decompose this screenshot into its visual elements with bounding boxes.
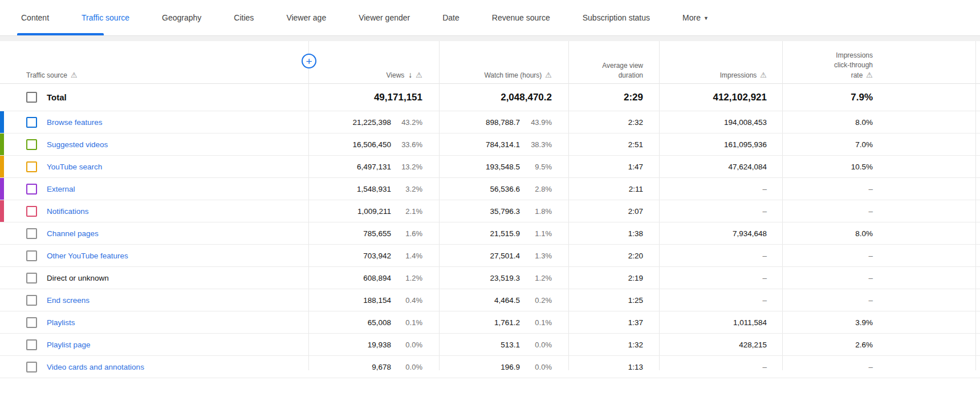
tab-list: ContentTraffic sourceGeographyCitiesView…	[0, 0, 980, 35]
tab-label: Viewer age	[286, 13, 326, 22]
watch-time-percent: 0.1%	[520, 318, 552, 327]
row-checkbox[interactable]	[26, 273, 37, 284]
traffic-source-link[interactable]: Playlist page	[47, 341, 91, 349]
average-view-duration-cell: 1:38	[568, 222, 659, 244]
tab-label: Viewer gender	[359, 13, 410, 22]
traffic-source-link[interactable]: End screens	[47, 296, 90, 305]
total-impressions: 412,102,921	[713, 92, 767, 103]
table-row[interactable]: Playlists65,0080.1%1,761.20.1%1:371,011,…	[0, 311, 980, 334]
impressions-cell: 161,095,936	[659, 133, 782, 155]
watch-time-cell: 4,464.50.2%	[439, 289, 568, 311]
traffic-source-link[interactable]: Browse features	[47, 118, 103, 127]
views-percent: 0.0%	[391, 341, 422, 349]
table-row[interactable]: YouTube search6,497,13113.2%193,548.59.5…	[0, 156, 980, 178]
dimension-tabbar: ContentTraffic sourceGeographyCitiesView…	[0, 0, 980, 35]
row-checkbox[interactable]	[26, 161, 37, 172]
total-row: Total 49,171,151 2,048,470.2 2:29 412,10…	[0, 84, 980, 111]
traffic-source-link[interactable]: Notifications	[47, 207, 89, 216]
row-checkbox[interactable]	[26, 139, 37, 150]
total-views: 49,171,151	[374, 92, 422, 103]
table-row[interactable]: External1,548,9313.2%56,536.62.8%2:11––	[0, 178, 980, 200]
impressions-cell: –	[659, 267, 782, 289]
views-percent: 1.4%	[391, 252, 422, 260]
impressions-value: 1,011,584	[733, 318, 767, 327]
impressions-cell: –	[659, 178, 782, 200]
watch-time-percent: 38.3%	[520, 140, 552, 149]
total-average-view-duration: 2:29	[624, 92, 643, 103]
impressions-ctr-value: –	[868, 363, 873, 371]
traffic-source-link[interactable]: Suggested videos	[47, 140, 108, 149]
traffic-source-link[interactable]: External	[47, 185, 75, 193]
table-row[interactable]: End screens188,1540.4%4,464.50.2%1:25––	[0, 289, 980, 311]
row-checkbox[interactable]	[26, 250, 37, 261]
tab-traffic-source[interactable]: Traffic source	[82, 13, 129, 22]
table-row[interactable]: Playlist page19,9380.0%513.10.0%1:32428,…	[0, 334, 980, 356]
watch-time-value: 898,788.7	[486, 118, 520, 127]
tab-cities[interactable]: Cities	[234, 13, 254, 22]
traffic-source-cell: Video cards and annotations	[0, 356, 308, 378]
series-color-bar	[0, 133, 4, 155]
watch-time-percent: 0.2%	[520, 296, 552, 305]
row-checkbox[interactable]	[26, 184, 37, 195]
traffic-source-link[interactable]: Video cards and annotations	[47, 363, 144, 371]
row-checkbox[interactable]	[26, 339, 37, 350]
table-row[interactable]: Suggested videos16,506,45033.6%784,314.1…	[0, 133, 980, 156]
watch-time-percent: 1.2%	[520, 274, 552, 282]
caret-down-icon: ▼	[704, 15, 709, 21]
watch-time-cell: 193,548.59.5%	[439, 156, 568, 177]
traffic-source-link[interactable]: YouTube search	[47, 163, 102, 171]
watch-time-percent: 1.3%	[520, 252, 552, 260]
views-cell: 65,0080.1%	[308, 311, 439, 333]
tab-viewer-gender[interactable]: Viewer gender	[359, 13, 410, 22]
tab-revenue-source[interactable]: Revenue source	[492, 13, 550, 22]
tab-viewer-age[interactable]: Viewer age	[286, 13, 326, 22]
table-row[interactable]: Video cards and annotations9,6780.0%196.…	[0, 356, 980, 378]
tab-date[interactable]: Date	[442, 13, 459, 22]
watch-time-value: 56,536.6	[490, 185, 520, 193]
row-checkbox[interactable]	[26, 295, 37, 306]
views-percent: 3.2%	[391, 185, 422, 193]
warning-icon: ⚠	[416, 71, 422, 79]
table-row[interactable]: Notifications1,009,2112.1%35,796.31.8%2:…	[0, 200, 980, 222]
tab-more[interactable]: More▼	[682, 13, 709, 22]
series-color-bar	[0, 200, 4, 222]
warning-icon: ⚠	[760, 71, 767, 79]
table-row[interactable]: Direct or unknown608,8941.2%23,519.31.2%…	[0, 267, 980, 289]
watch-time-percent: 43.9%	[520, 118, 552, 127]
tab-subscription-status[interactable]: Subscription status	[583, 13, 650, 22]
impressions-cell: –	[659, 200, 782, 222]
impressions-cell: –	[659, 356, 782, 378]
table-row[interactable]: Browse features21,225,39843.2%898,788.74…	[0, 111, 980, 133]
tab-label: Content	[21, 13, 49, 22]
views-cell: 785,6551.6%	[308, 222, 439, 244]
watch-time-cell: 898,788.743.9%	[439, 111, 568, 133]
average-view-duration-cell: 1:37	[568, 311, 659, 333]
row-checkbox[interactable]	[26, 317, 37, 328]
add-metric-button[interactable]: +	[302, 54, 316, 68]
impressions-ctr-cell: –	[782, 267, 975, 289]
average-view-duration-value: 1:13	[628, 363, 643, 371]
tab-content[interactable]: Content	[21, 13, 49, 22]
tab-label: Subscription status	[583, 13, 650, 22]
impressions-value: –	[762, 274, 767, 282]
views-value: 21,225,398	[352, 118, 391, 127]
table-row[interactable]: Channel pages785,6551.6%21,515.91.1%1:38…	[0, 222, 980, 245]
traffic-source-cell: Browse features	[0, 111, 308, 133]
table-row[interactable]: Other YouTube features703,9421.4%27,501.…	[0, 245, 980, 267]
traffic-source-link[interactable]: Other YouTube features	[47, 252, 128, 260]
header-impressions-ctr[interactable]: Impressions click-through rate⚠	[782, 41, 975, 89]
row-checkbox[interactable]	[26, 228, 37, 239]
views-percent: 13.2%	[391, 163, 422, 171]
views-percent: 1.6%	[391, 229, 422, 238]
tab-geography[interactable]: Geography	[162, 13, 201, 22]
impressions-ctr-value: –	[868, 252, 873, 260]
tab-label: Revenue source	[492, 13, 550, 22]
row-checkbox[interactable]	[26, 117, 37, 128]
row-checkbox[interactable]	[26, 206, 37, 217]
impressions-cell: 428,215	[659, 334, 782, 355]
row-checkbox[interactable]	[26, 362, 37, 372]
traffic-source-link[interactable]: Playlists	[47, 318, 75, 327]
traffic-source-link[interactable]: Channel pages	[47, 229, 99, 238]
impressions-ctr-value: –	[868, 296, 873, 305]
select-all-checkbox[interactable]	[26, 92, 37, 103]
